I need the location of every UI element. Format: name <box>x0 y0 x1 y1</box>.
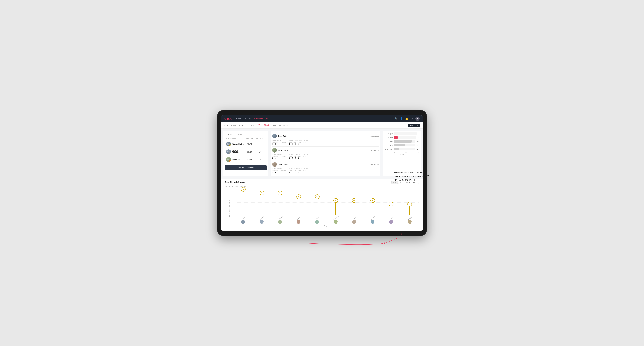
y-axis-label: Best Streak, Fairway Accuracy <box>229 198 230 217</box>
rank-badge: 3 <box>229 160 231 162</box>
player-card-header: Rees Britt 02 Sep 2023 <box>272 134 379 138</box>
player-avatar-x <box>389 220 393 224</box>
bar-fill <box>394 148 399 150</box>
rounds-sub-labels: Tournament Practice <box>272 141 286 143</box>
sub-nav-pga[interactable]: PGA <box>240 124 243 127</box>
top-navigation: clippd Home Teams My Performance 🔍 👤 🔔 ⚙… <box>221 115 423 122</box>
bar-value: 96 <box>418 137 419 138</box>
player-x-item: R. Butler <box>382 216 400 224</box>
player-name-label: R. Butler <box>390 216 394 220</box>
search-icon[interactable]: 🔍 <box>394 117 398 120</box>
player-table-header: PLAYER NAME PB SCORE PB AVG SQ <box>225 137 267 140</box>
chart-title: Total Shots <box>384 154 419 155</box>
rounds-label: Total Rounds <box>272 154 286 155</box>
practice-activities-label: Total Practice Activities <box>289 140 308 141</box>
player-columns: 7x 6x 6x 5x 5x 4x 4x 4x 3x 3x <box>234 189 419 215</box>
player-name-label: M. Miller <box>371 216 375 220</box>
bar-label: Birdies <box>384 137 393 138</box>
x-label-200: 200 <box>405 151 407 153</box>
col-pb-score: PB SCORE <box>244 138 255 139</box>
bar-value: 131 <box>417 148 419 150</box>
team-leaderboard-panel: Team Clippd 14 Players ✏ PLAYER NAME PB … <box>223 131 268 176</box>
sub-nav-all-players[interactable]: All Players <box>279 124 288 127</box>
bell-icon[interactable]: 🔔 <box>405 117 408 120</box>
view-full-leaderboard-button[interactable]: View Full Leaderboard <box>225 166 267 170</box>
player-card-name: Josh Coles <box>278 164 288 166</box>
rounds-stat-group: Total Rounds Tournament Practice 8 4 <box>272 154 286 159</box>
player-avatar-x <box>408 220 412 224</box>
player-info: CA 3 Cameron... <box>226 157 244 162</box>
practice-label: Practice <box>281 141 286 143</box>
player-x-item: B. Ford <box>345 216 364 224</box>
user-avatar[interactable]: ▾ <box>416 117 420 121</box>
player-col: 3x <box>400 189 419 215</box>
player-x-item: E. Crossman <box>326 216 345 224</box>
bar-value: 3 <box>418 133 419 135</box>
player-col: 5x <box>290 189 308 215</box>
player-card-name: Josh Coles <box>278 149 288 151</box>
chart-bar-row: D. Bogeys + 131 <box>384 148 419 150</box>
pb-score: 18/20 <box>244 151 255 153</box>
player-avatar-x <box>371 220 374 224</box>
chart-bar-row: Pars 499 <box>384 140 419 143</box>
avatar <box>272 162 277 167</box>
player-x-item: M. Miller <box>364 216 382 224</box>
streak-bubble: 6x <box>278 191 282 195</box>
bar-label: Bogeys <box>384 144 393 146</box>
player-x-item: C. Quick <box>400 216 419 224</box>
pb-score: 19/20 <box>244 143 255 145</box>
team-count: 14 Players <box>236 134 244 135</box>
team-title: Team Clippd 14 Players <box>225 133 243 136</box>
player-name-label: J. Coles <box>297 216 301 220</box>
streaks-chart-container: Best Streak, Fairway Accuracy <box>225 189 419 227</box>
player-info: RB 1 Richard Butler <box>226 142 244 147</box>
player-avatar-x <box>241 220 245 224</box>
player-row[interactable]: CA 3 Cameron... 17/20 103 <box>225 156 267 164</box>
annotation-text: Here you can see streaks your players ha… <box>394 171 432 182</box>
streaks-title: Best Round Streaks <box>225 181 245 183</box>
nav-home[interactable]: Home <box>236 118 241 120</box>
player-avatar-x <box>296 220 300 224</box>
nav-right: 🔍 👤 🔔 ⚙ ▾ <box>394 117 420 121</box>
player-col: 3x <box>382 189 400 215</box>
chart-area: 7x 6x 6x 5x 5x 4x 4x 4x 3x 3x <box>234 189 419 227</box>
annotation: Here you can see streaks your players ha… <box>394 171 432 182</box>
practice-activities-group: Total Practice Activities OTT APP ARG PU… <box>289 154 308 159</box>
bar-label: Pars <box>384 141 393 142</box>
player-x-item: D. Billingham <box>271 216 290 224</box>
player-avatar-x <box>315 220 319 224</box>
player-card-date: 26 Aug 2023 <box>370 164 379 165</box>
bar-value: 311 <box>417 145 419 146</box>
nav-links: Home Teams My Performance <box>236 118 390 120</box>
player-card-stats: Total Rounds Tournament Practice 7 2 <box>272 168 379 173</box>
sub-nav-tour[interactable]: Tour <box>272 124 276 127</box>
player-row[interactable]: RB 1 Richard Butler 19/20 110 <box>225 140 267 148</box>
sub-nav-hcaps[interactable]: Hcaps 1-5 <box>247 124 255 127</box>
player-card-date: 26 Aug 2023 <box>370 149 379 151</box>
streak-bar <box>298 197 299 215</box>
settings-icon[interactable]: ⚙ <box>411 117 413 120</box>
nav-teams[interactable]: Teams <box>245 118 250 120</box>
chart-grid: 7x 6x 6x 5x 5x 4x 4x 4x 3x 3x <box>234 189 419 215</box>
player-row[interactable]: EC 2 Edward Crossman 18/20 107 <box>225 148 267 156</box>
bar-container <box>394 136 416 139</box>
sub-nav-team-clippd[interactable]: Team Clippd <box>259 124 269 127</box>
player-col: 4x <box>326 189 345 215</box>
add-team-button[interactable]: Add Team <box>408 124 420 127</box>
nav-my-performance[interactable]: My Performance <box>254 118 268 120</box>
practice-value: 6 <box>275 143 276 145</box>
practice-activities-group: Total Practice Activities OTT APP ARG PU… <box>289 168 308 173</box>
bar-value: 499 <box>417 141 419 142</box>
app-value: 0 <box>292 143 293 145</box>
edit-icon[interactable]: ✏ <box>265 133 267 135</box>
chart-bar-row: Eagles 3 <box>384 133 419 135</box>
ott-value: 0 <box>289 143 290 145</box>
x-label-400: 400 <box>417 151 419 153</box>
player-avatar-x <box>334 220 338 224</box>
streak-bubble: 4x <box>370 198 375 203</box>
rounds-stat-group: Total Rounds Tournament Practice 7 6 <box>272 140 286 145</box>
chart-x-axis: 0 200 400 <box>384 151 419 153</box>
player-cards-panel: Rees Britt 02 Sep 2023 Total Rounds Tour… <box>270 131 380 176</box>
sub-nav-pgat[interactable]: PGAT Players <box>224 124 236 127</box>
users-icon[interactable]: 👤 <box>400 117 403 120</box>
